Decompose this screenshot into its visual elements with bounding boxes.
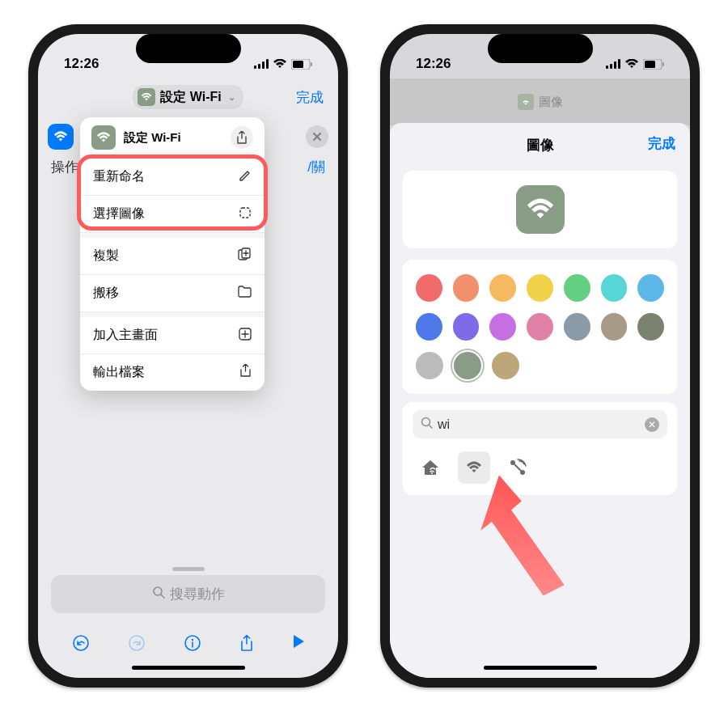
dim-title: 圖像 [539, 95, 563, 110]
close-icon[interactable] [306, 125, 328, 148]
info-icon[interactable] [184, 634, 201, 655]
home-indicator [132, 666, 245, 670]
wifi-icon [138, 88, 155, 106]
color-swatch[interactable] [416, 352, 443, 379]
color-swatch[interactable] [564, 274, 590, 302]
menu-export-label: 輸出檔案 [93, 364, 145, 381]
status-indicators [606, 56, 664, 72]
svg-rect-6 [311, 62, 312, 66]
color-swatch[interactable] [489, 313, 516, 341]
share-icon[interactable] [239, 634, 254, 655]
menu-move[interactable]: 搬移 [80, 275, 265, 312]
done-button[interactable]: 完成 [296, 88, 324, 107]
wifi-icon [91, 125, 116, 150]
wifi-icon [518, 94, 534, 110]
menu-duplicate[interactable]: 複製 [80, 238, 265, 275]
plus-square-icon [239, 328, 252, 344]
magnifier-icon [152, 586, 165, 603]
clear-icon[interactable]: ✕ [645, 417, 659, 432]
color-palette [403, 260, 677, 394]
svg-point-26 [520, 470, 525, 475]
glyph-home-wifi[interactable] [414, 451, 447, 484]
actions-label: 操作 [51, 158, 78, 176]
dimmed-background-header: 圖像 [390, 78, 690, 125]
magnifier-icon [421, 417, 433, 432]
wifi-action-icon[interactable] [48, 124, 74, 150]
color-swatch[interactable] [416, 274, 442, 302]
color-swatch[interactable] [453, 313, 480, 341]
pencil-icon [239, 169, 252, 185]
svg-rect-3 [266, 59, 269, 69]
folder-icon [238, 286, 252, 301]
title-text: 設定 Wi-Fi [160, 89, 221, 106]
svg-point-24 [431, 472, 433, 474]
bottom-toolbar [38, 624, 338, 665]
toggle-link[interactable]: /關 [307, 158, 325, 176]
svg-rect-7 [240, 208, 250, 218]
context-menu: 設定 Wi-Fi 重新命名 選擇圖像 複製 [80, 117, 265, 391]
cellular-icon [606, 56, 620, 72]
battery-icon [643, 56, 664, 72]
menu-rename[interactable]: 重新命名 [80, 159, 265, 196]
duplicate-icon [238, 248, 252, 265]
color-swatch[interactable] [637, 313, 664, 341]
svg-rect-19 [618, 59, 620, 69]
svg-rect-22 [662, 62, 664, 66]
menu-add-home[interactable]: 加入主畫面 [80, 317, 265, 354]
glyph-search-input[interactable]: wi ✕ [413, 410, 667, 438]
search-placeholder: 搜尋動作 [170, 585, 225, 603]
svg-rect-1 [258, 64, 260, 69]
color-swatch[interactable] [454, 352, 481, 379]
grabber[interactable] [172, 567, 205, 571]
dynamic-island [136, 34, 241, 63]
svg-rect-0 [254, 66, 256, 69]
battery-icon [291, 56, 312, 72]
preview-card [403, 171, 677, 248]
svg-rect-5 [293, 61, 303, 68]
color-swatch[interactable] [453, 274, 480, 302]
menu-choose-image-label: 選擇圖像 [93, 205, 145, 222]
glyph-wifi[interactable] [458, 451, 490, 484]
color-swatch[interactable] [489, 274, 516, 302]
sheet-title: 圖像 [527, 136, 554, 154]
menu-rename-label: 重新命名 [93, 168, 145, 185]
svg-point-15 [191, 639, 193, 641]
svg-point-13 [129, 636, 144, 650]
preview-wifi-icon [516, 185, 565, 234]
menu-export[interactable]: 輸出檔案 [80, 354, 265, 391]
color-swatch[interactable] [564, 313, 590, 341]
chevron-down-icon: ⌄ [228, 92, 235, 103]
svg-rect-16 [606, 66, 608, 69]
status-time: 12:26 [416, 56, 451, 72]
svg-point-12 [74, 636, 88, 650]
share-icon[interactable] [231, 126, 253, 149]
phone-left: 12:26 設定 Wi-Fi ⌄ 完成 [28, 24, 348, 688]
image-picker-sheet: 圖像 完成 wi ✕ [390, 123, 690, 678]
redo-icon[interactable] [128, 634, 146, 655]
shortcut-title-chip[interactable]: 設定 Wi-Fi ⌄ [133, 85, 243, 109]
color-swatch[interactable] [601, 274, 628, 302]
screen: 12:26 設定 Wi-Fi ⌄ 完成 [38, 34, 338, 678]
square-dashed-icon [239, 206, 252, 222]
color-swatch[interactable] [527, 274, 553, 302]
menu-choose-image[interactable]: 選擇圖像 [80, 196, 265, 233]
status-time: 12:26 [64, 56, 99, 72]
color-swatch[interactable] [637, 274, 664, 302]
svg-rect-2 [262, 61, 265, 69]
screen: 12:26 圖像 圖像 完成 [390, 34, 690, 678]
color-swatch[interactable] [492, 352, 519, 379]
export-icon [239, 364, 252, 381]
color-swatch[interactable] [527, 313, 553, 341]
context-menu-header: 設定 Wi-Fi [80, 117, 265, 159]
color-swatch[interactable] [601, 313, 628, 341]
undo-icon[interactable] [72, 634, 90, 655]
glyph-results [413, 448, 667, 487]
play-icon[interactable] [292, 634, 305, 655]
status-indicators [254, 56, 312, 72]
search-value: wi [438, 417, 450, 432]
glyph-satellite[interactable] [502, 451, 534, 484]
color-swatch[interactable] [416, 313, 442, 341]
search-actions[interactable]: 搜尋動作 [51, 575, 325, 613]
done-button[interactable]: 完成 [648, 134, 675, 153]
dynamic-island [488, 34, 593, 63]
